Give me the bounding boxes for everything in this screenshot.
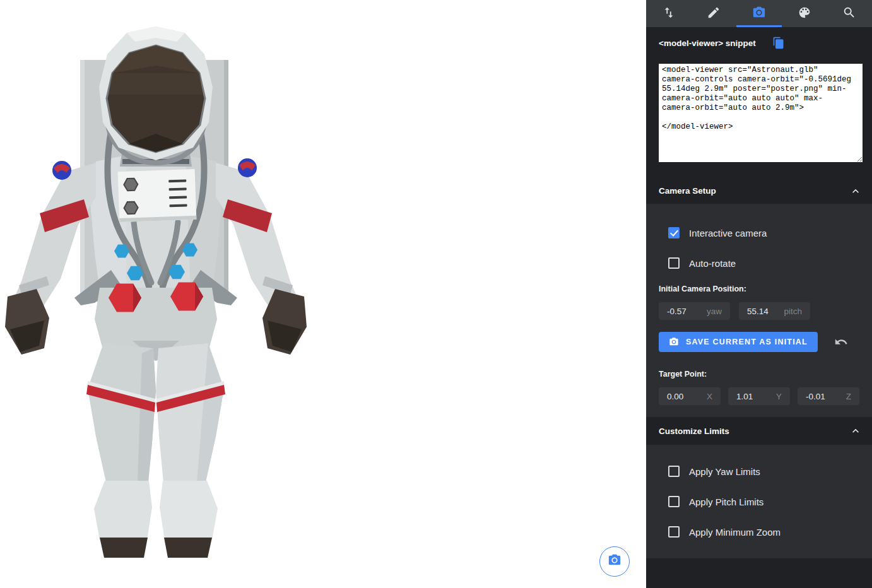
- snippet-code-textarea[interactable]: <model-viewer src="Astronaut.glb" camera…: [658, 63, 863, 163]
- initial-camera-position-label: Initial Camera Position:: [659, 285, 872, 295]
- pitch-suffix: pitch: [784, 307, 802, 316]
- checkbox-apply-minimum-zoom[interactable]: Apply Minimum Zoom: [646, 517, 872, 547]
- editor-panel: <model-viewer> snippet <model-viewer src…: [646, 0, 872, 588]
- chevron-up-icon: [849, 185, 862, 197]
- yaw-value: -0.57: [667, 307, 686, 316]
- tab-inspector[interactable]: [827, 0, 872, 27]
- checkbox-apply-pitch-limits[interactable]: Apply Pitch Limits: [646, 486, 872, 517]
- edit-icon: [707, 6, 721, 22]
- checkbox-auto-rotate[interactable]: Auto-rotate: [646, 248, 872, 278]
- section-title: Camera Setup: [659, 186, 716, 196]
- checkbox[interactable]: [668, 466, 680, 477]
- target-y-field[interactable]: 1.01 Y: [728, 387, 790, 405]
- camera-icon: [669, 337, 686, 347]
- target-x-suffix: X: [707, 392, 712, 401]
- tab-edit[interactable]: [692, 0, 737, 27]
- tab-camera[interactable]: [736, 0, 782, 27]
- swap-vertical-icon: [662, 6, 676, 22]
- undo-icon[interactable]: [834, 335, 848, 349]
- checkbox[interactable]: [668, 227, 680, 238]
- target-point-label: Target Point:: [659, 370, 872, 380]
- target-z-field[interactable]: -0.01 Z: [798, 387, 859, 405]
- target-x-field[interactable]: 0.00 X: [659, 387, 721, 405]
- target-y-value: 1.01: [736, 392, 753, 401]
- checkbox-label: Apply Minimum Zoom: [689, 527, 781, 538]
- checkbox-label: Apply Pitch Limits: [689, 497, 763, 507]
- save-button-label: SAVE CURRENT AS INITIAL: [686, 338, 808, 346]
- checkbox-apply-yaw-limits[interactable]: Apply Yaw Limits: [646, 456, 872, 486]
- camera-icon: [608, 553, 622, 570]
- model-viewport[interactable]: [0, 0, 646, 588]
- palette-icon: [798, 6, 811, 22]
- search-icon: [842, 6, 856, 22]
- checkbox-label: Interactive camera: [689, 228, 767, 238]
- checkbox-label: Auto-rotate: [689, 258, 736, 269]
- target-x-value: 0.00: [667, 392, 683, 401]
- capture-poster-button[interactable]: [599, 546, 630, 577]
- checkbox-label: Apply Yaw Limits: [689, 466, 760, 477]
- target-z-value: -0.01: [806, 392, 825, 401]
- pitch-field[interactable]: 55.14 pitch: [739, 302, 810, 320]
- tab-import-export[interactable]: [646, 0, 692, 27]
- checkbox-interactive-camera[interactable]: Interactive camera: [646, 218, 872, 248]
- target-y-suffix: Y: [776, 392, 782, 401]
- camera-icon: [752, 6, 766, 22]
- section-header-customize-limits[interactable]: Customize Limits: [646, 417, 872, 445]
- chevron-up-icon: [849, 425, 862, 437]
- tab-materials[interactable]: [782, 0, 827, 27]
- yaw-field[interactable]: -0.57 yaw: [659, 302, 730, 320]
- section-title: Customize Limits: [659, 426, 729, 436]
- checkbox[interactable]: [668, 526, 680, 538]
- pitch-value: 55.14: [747, 307, 769, 316]
- target-z-suffix: Z: [846, 392, 851, 401]
- astronaut-model[interactable]: [0, 0, 323, 588]
- checkbox[interactable]: [668, 257, 680, 269]
- camera-setup-body: Interactive camera Auto-rotate Initial C…: [646, 204, 872, 417]
- section-header-camera-setup[interactable]: Camera Setup: [646, 178, 872, 204]
- yaw-suffix: yaw: [707, 307, 722, 316]
- save-current-as-initial-button[interactable]: SAVE CURRENT AS INITIAL: [659, 332, 818, 352]
- copy-icon[interactable]: [772, 37, 785, 49]
- editor-toolbar: [646, 0, 872, 27]
- customize-limits-body: Apply Yaw Limits Apply Pitch Limits Appl…: [646, 445, 872, 558]
- astronaut-chest-panel: [118, 169, 197, 222]
- checkbox[interactable]: [668, 496, 680, 507]
- snippet-title: <model-viewer> snippet: [659, 38, 756, 48]
